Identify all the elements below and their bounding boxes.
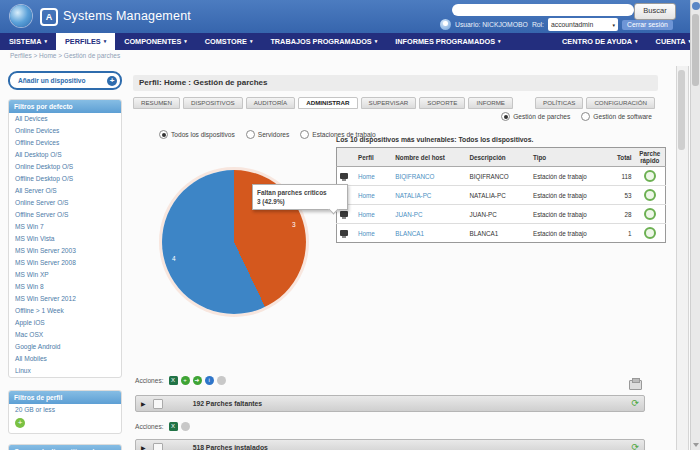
nav-item-componentes[interactable]: COMPONENTES▾ [115,33,196,50]
deploy-patch-icon[interactable]: ➜ [193,376,202,385]
sidebar-item-ms-win-8[interactable]: MS Win 8 [9,281,121,293]
radio-servidores[interactable]: Servidores [246,130,290,139]
quick-patch-icon[interactable] [644,208,656,220]
device-groups-title: Grupos de dispositivos de [9,445,121,450]
content-scrollbar[interactable] [676,66,689,450]
sidebar-item-online-server-o-s[interactable]: Online Server O/S [9,197,121,209]
radio-dot-icon [300,130,309,139]
chevron-down-icon: ▾ [375,33,378,50]
user-name-label: Usuario: NICKJOMOBO [455,21,528,28]
table-title: Los 10 dispositivos más vulnerables: Tod… [336,136,666,143]
sidebar-item-online-desktop-o-s[interactable]: Online Desktop O/S [9,161,121,173]
sidebar-item-all-server-o-s[interactable]: All Server O/S [9,185,121,197]
tab-informe[interactable]: INFORME [468,97,513,109]
sidebar-item-ms-win-vista[interactable]: MS Win Vista [9,233,121,245]
nav-item-label: COMSTORE [205,33,247,50]
logout-button[interactable]: Cerrar sesión [622,20,673,30]
expand-arrow-icon[interactable]: ▶ [141,444,146,450]
window-scrollbar-thumb[interactable] [692,14,699,86]
info-icon[interactable]: i [205,376,214,385]
print-icon[interactable] [629,380,642,390]
installed-patches-bar[interactable]: ▶ 518 Parches instalados ⟳ [135,439,645,450]
tab-administrar[interactable]: ADMINISTRAR [298,97,357,109]
quick-patch-cell [635,205,666,224]
sidebar-item-offline-desktop-o-s[interactable]: Offline Desktop O/S [9,173,121,185]
nav-item-perfiles[interactable]: PERFILES▾ [56,33,115,50]
tab-auditoria[interactable]: AUDITORÍA [246,97,296,109]
sidebar-item-offline-1-week[interactable]: Offline > 1 Week [9,305,121,317]
sidebar-item-ms-win-server-2003[interactable]: MS Win Server 2003 [9,245,121,257]
disabled-action-icon [217,376,226,385]
install-patch-icon[interactable]: + [181,376,190,385]
profile-link[interactable]: Home [358,230,375,237]
missing-patches-label: 192 Parches faltantes [193,400,263,407]
radio-gestion-de-software[interactable]: Gestión de software [581,112,652,121]
nav-item-label: INFORMES PROGRAMADOS [395,33,495,50]
sidebar-item-ms-win-server-2012[interactable]: MS Win Server 2012 [9,293,121,305]
chevron-down-icon: ▾ [498,33,501,50]
radio-todos-los-dispositivos[interactable]: Todos los dispositivos [159,130,235,139]
content-scrollbar-thumb[interactable] [678,70,685,150]
tab-configuracion[interactable]: CONFIGURACIÓN [586,97,655,109]
sidebar-item-ms-win-7[interactable]: MS Win 7 [9,221,121,233]
tipo-cell: Estación de trabajo [530,205,606,224]
add-filter-icon[interactable]: + [15,418,25,428]
host-link[interactable]: BLANCA1 [395,230,424,237]
default-filters-panel: Filtros por defecto All DevicesOnline De… [8,99,122,378]
excel-export-icon[interactable]: X [169,422,178,431]
tab-supervisar[interactable]: SUPERVISAR [361,97,417,109]
profile-link[interactable]: Home [358,192,375,199]
host-link[interactable]: JUAN-PC [395,211,422,218]
sidebar-item-ms-win-xp[interactable]: MS Win XP [9,269,121,281]
quick-patch-icon[interactable] [644,227,656,239]
host-link[interactable]: NATALIA-PC [395,192,431,199]
nav-item-sistema[interactable]: SISTEMA▾ [0,33,56,50]
sidebar-item-ms-win-server-2008[interactable]: MS Win Server 2008 [9,257,121,269]
nav-item-centro-de-ayuda[interactable]: CENTRO DE AYUDA▾ [553,33,647,50]
scroll-down-icon[interactable] [693,443,699,447]
role-select[interactable]: accountadmin ▾ [548,18,618,31]
sidebar-item-mac-osx[interactable]: Mac OSX [9,329,121,341]
tab-resumen[interactable]: RESUMEN [133,97,180,109]
sidebar-item-offline-devices[interactable]: Offline Devices [9,137,121,149]
nav-item-comstore[interactable]: COMSTORE▾ [196,33,262,50]
tab-politicas[interactable]: POLÍTICAS [535,97,583,109]
user-avatar-icon [440,19,451,30]
quick-patch-icon[interactable] [644,189,656,201]
select-all-checkbox[interactable] [153,399,163,409]
sidebar-item-all-desktop-o-s[interactable]: All Desktop O/S [9,149,121,161]
tab-soporte[interactable]: SOPORTE [419,97,465,109]
sidebar-item-online-devices[interactable]: Online Devices [9,125,121,137]
scroll-up-button[interactable] [692,2,700,10]
nav-item-informes-programados[interactable]: INFORMES PROGRAMADOS▾ [386,33,509,50]
quick-patch-icon[interactable] [644,170,656,182]
app-root: A Systems Management Buscar Usuario: NIC… [0,0,700,450]
radio-gestion-de-parches[interactable]: Gestión de parches [501,112,570,121]
sidebar-item-apple-ios[interactable]: Apple iOS [9,317,121,329]
refresh-icon[interactable]: ⟳ [631,399,639,408]
profile-link[interactable]: Home [358,211,375,218]
search-input[interactable] [452,4,634,16]
missing-patches-bar[interactable]: ▶ 192 Parches faltantes ⟳ [135,395,645,412]
table-body: HomeBIQIFRANCOBIQIFRANCOEstación de trab… [337,167,666,243]
device-icon [340,211,348,217]
sidebar-item-linux[interactable]: Linux [9,365,121,377]
add-device-button[interactable]: Añadir un dispositivo + [8,71,122,90]
expand-arrow-icon[interactable]: ▶ [141,400,146,407]
window-scrollbar[interactable] [690,0,700,450]
excel-export-icon[interactable]: X [169,376,178,385]
sidebar-item-all-mobiles[interactable]: All Mobiles [9,353,121,365]
sidebar-item-google-android[interactable]: Google Android [9,341,121,353]
sidebar-item-20-gb-or-less[interactable]: 20 GB or less [9,404,121,416]
refresh-icon[interactable]: ⟳ [631,443,639,450]
sidebar-item-all-devices[interactable]: All Devices [9,113,121,125]
nav-item-trabajos-programados[interactable]: TRABAJOS PROGRAMADOS▾ [261,33,386,50]
sidebar-item-offline-server-o-s[interactable]: Offline Server O/S [9,209,121,221]
actions-label: Acciones: [135,423,164,430]
select-all-checkbox[interactable] [153,443,163,450]
tab-dispositivos[interactable]: DISPOSITIVOS [183,97,243,109]
host-cell: JUAN-PC [392,205,466,224]
nav-item-label: SISTEMA [9,33,41,50]
host-link[interactable]: BIQIFRANCO [395,173,434,180]
profile-link[interactable]: Home [358,173,375,180]
